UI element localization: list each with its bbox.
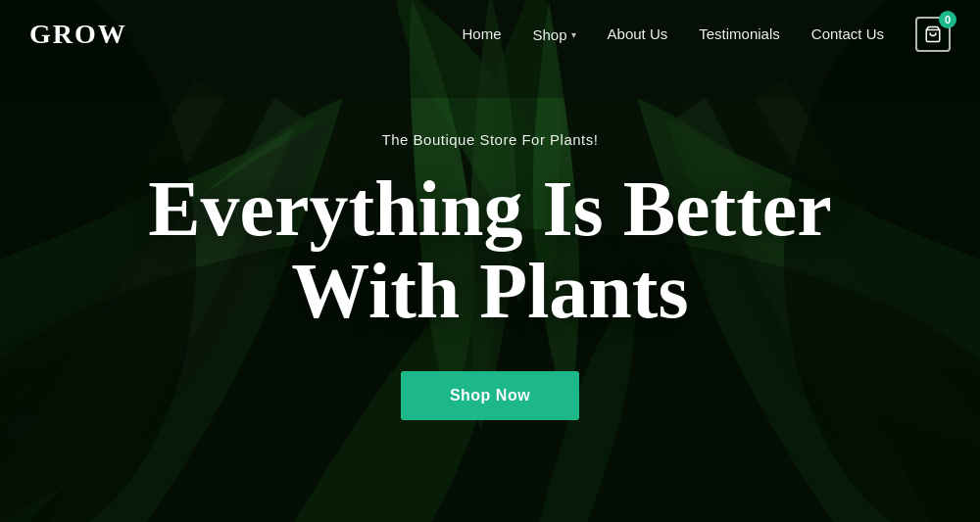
- navbar: GROW Home Shop ▾ About Us Testimonials C…: [0, 0, 980, 69]
- nav-link-contact[interactable]: Contact Us: [811, 25, 884, 42]
- cart-icon: [924, 25, 942, 43]
- nav-link-about[interactable]: About Us: [608, 25, 668, 42]
- hero-section: GROW Home Shop ▾ About Us Testimonials C…: [0, 0, 980, 522]
- nav-item-about[interactable]: About Us: [608, 25, 668, 43]
- cart-button[interactable]: 0: [915, 17, 951, 52]
- nav-item-cart[interactable]: 0: [915, 17, 951, 52]
- nav-links: Home Shop ▾ About Us Testimonials Contac…: [463, 17, 952, 52]
- hero-title-line2: With Plants: [291, 248, 688, 334]
- nav-item-home[interactable]: Home: [463, 25, 502, 43]
- nav-link-home[interactable]: Home: [463, 25, 502, 42]
- nav-item-contact[interactable]: Contact Us: [811, 25, 884, 43]
- hero-title: Everything Is Better With Plants: [148, 167, 832, 332]
- nav-link-shop[interactable]: Shop ▾: [533, 26, 576, 43]
- nav-item-shop[interactable]: Shop ▾: [533, 26, 576, 43]
- shop-now-button[interactable]: Shop Now: [401, 371, 579, 420]
- hero-title-line1: Everything Is Better: [148, 166, 832, 252]
- hero-content: The Boutique Store For Plants! Everythin…: [148, 102, 832, 420]
- cart-badge: 0: [939, 11, 956, 28]
- brand-logo[interactable]: GROW: [29, 19, 127, 50]
- hero-subtitle: The Boutique Store For Plants!: [148, 131, 832, 148]
- nav-item-testimonials[interactable]: Testimonials: [699, 25, 780, 43]
- nav-link-testimonials[interactable]: Testimonials: [699, 25, 780, 42]
- chevron-down-icon: ▾: [571, 29, 576, 40]
